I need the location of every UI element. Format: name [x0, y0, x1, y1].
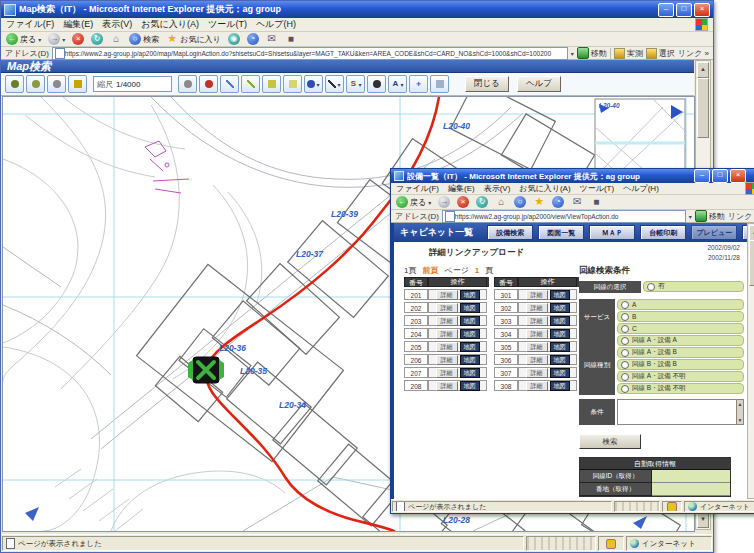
scroll-down-arrow[interactable]: ▼ [697, 512, 709, 528]
links-label[interactable]: リンク » [678, 48, 709, 59]
radio-icon[interactable] [621, 337, 629, 345]
point-button[interactable]: ▾ [304, 75, 323, 93]
map-button[interactable]: 地図 [460, 342, 480, 352]
grid-button[interactable] [430, 75, 449, 93]
minimize-button[interactable]: – [658, 3, 674, 17]
draw-line-button[interactable] [220, 75, 239, 93]
radio-option[interactable]: 回線 B・設備 B [617, 359, 744, 370]
maximize-button[interactable]: □ [676, 3, 692, 17]
header-button[interactable]: ＭＡＰ [589, 225, 635, 240]
scroll-thumb[interactable] [749, 240, 754, 286]
line-select-field[interactable]: 有 [643, 281, 744, 292]
print-button[interactable]: ■ [284, 32, 298, 46]
detail-button[interactable]: 詳細 [436, 290, 458, 300]
map-button[interactable]: 地図 [460, 368, 480, 378]
map-button[interactable]: 地図 [460, 329, 480, 339]
radio-option[interactable]: 回線 A・設備 B [617, 347, 744, 358]
detail-button[interactable]: 詳細 [526, 355, 548, 365]
forward-button[interactable]: → [437, 195, 451, 209]
radio-option[interactable]: 回線 A・設備 A [617, 335, 744, 346]
help-button[interactable]: ヘルプ [517, 76, 561, 92]
map-button[interactable]: 地図 [550, 355, 570, 365]
minimize-button[interactable]: – [694, 169, 710, 183]
radio-icon[interactable] [621, 349, 629, 357]
detail-button[interactable]: 詳細 [436, 355, 458, 365]
maximize-button[interactable]: □ [712, 169, 728, 183]
menu-item[interactable]: ツール(T) [580, 183, 615, 194]
header-button[interactable]: 設備検索 [487, 225, 533, 240]
close-button[interactable]: × [730, 169, 746, 183]
scroll-up-arrow[interactable]: ▲ [697, 62, 709, 78]
select-toolbar-button[interactable]: 選択 [646, 48, 675, 59]
menu-item[interactable]: ファイル(F) [396, 183, 439, 194]
links-label[interactable]: リンク » [728, 211, 754, 222]
menu-item[interactable]: 表示(V) [484, 183, 511, 194]
select-area-button[interactable] [68, 75, 87, 93]
radio-option[interactable]: 回線 B・設備 不明 [617, 383, 744, 394]
header-button[interactable]: プレビュー [691, 225, 737, 240]
back-button[interactable]: ←戻る▾ [5, 32, 42, 46]
radio-icon[interactable] [621, 385, 629, 393]
menu-item[interactable]: 表示(V) [102, 18, 132, 31]
draw-polygon-button[interactable] [241, 75, 260, 93]
mail-button[interactable]: ✉ [265, 32, 279, 46]
radio-option[interactable]: 回線 A・設備 不明 [617, 371, 744, 382]
pan-button[interactable] [47, 75, 66, 93]
go-button[interactable]: 移動 [695, 210, 725, 222]
detail-button[interactable]: 詳細 [436, 329, 458, 339]
map-button[interactable]: 地図 [550, 316, 570, 326]
header-button[interactable]: 台帳印刷 [640, 225, 686, 240]
zoom-out-button[interactable] [26, 75, 45, 93]
pen-button[interactable]: ▾ [325, 75, 344, 93]
search-button[interactable]: ○検索 [128, 32, 160, 46]
detail-button[interactable]: 詳細 [526, 381, 548, 391]
menu-item[interactable]: ファイル(F) [6, 18, 54, 31]
radio-option[interactable]: A [617, 299, 744, 310]
address-dropdown-icon[interactable]: ▾ [689, 213, 692, 220]
main-title-bar[interactable]: Map検索（IT） - Microsoft Internet Explorer … [1, 1, 713, 18]
detail-button[interactable]: 詳細 [526, 290, 548, 300]
condition-spinner[interactable]: ▲▼ [736, 399, 744, 425]
stop-button[interactable]: × [71, 32, 85, 46]
sub-title-bar[interactable]: 設備一覧（IT） - Microsoft Internet Explorer 提… [391, 169, 754, 183]
detail-button[interactable]: 詳細 [526, 329, 548, 339]
back-button[interactable]: ←戻る▾ [395, 195, 432, 209]
radio-icon[interactable] [621, 313, 629, 321]
detail-button[interactable]: 詳細 [436, 381, 458, 391]
detail-button[interactable]: 詳細 [526, 368, 548, 378]
radio-icon[interactable] [621, 325, 629, 333]
condition-textarea[interactable] [617, 399, 736, 425]
map-button[interactable]: 地図 [460, 355, 480, 365]
sub-vertical-scrollbar[interactable]: ▲ [747, 223, 754, 499]
map-button[interactable]: 地図 [550, 381, 570, 391]
radio-icon[interactable] [621, 361, 629, 369]
map-button[interactable]: 地図 [550, 303, 570, 313]
menu-item[interactable]: ヘルプ(H) [256, 18, 296, 31]
scale-box[interactable]: 縮尺1/4000 [93, 76, 172, 92]
detail-button[interactable]: 詳細 [436, 342, 458, 352]
header-button[interactable]: 図面一覧 [538, 225, 584, 240]
map-button[interactable]: 地図 [550, 342, 570, 352]
scroll-up-arrow[interactable]: ▲ [749, 225, 754, 241]
menu-item[interactable]: ツール(T) [208, 18, 247, 31]
radio-icon[interactable] [621, 373, 629, 381]
search-button[interactable]: 検索 [579, 434, 641, 449]
refresh-button[interactable]: ↻ [90, 32, 104, 46]
map-button[interactable]: 地図 [550, 368, 570, 378]
detail-button[interactable]: 詳細 [526, 342, 548, 352]
go-button[interactable]: 移動 [577, 47, 607, 59]
radio-option[interactable]: B [617, 311, 744, 322]
menu-item[interactable]: 編集(E) [448, 183, 475, 194]
menu-item[interactable]: ヘルプ(H) [623, 183, 659, 194]
stop-button[interactable]: × [456, 195, 470, 209]
zoom-in-button[interactable] [5, 75, 24, 93]
map-button[interactable]: 地図 [460, 381, 480, 391]
symbol-button[interactable]: S▾ [346, 75, 365, 93]
dot-button[interactable] [367, 75, 386, 93]
measure-button[interactable] [283, 75, 302, 93]
refresh-button[interactable]: ↻ [475, 195, 489, 209]
measure-toolbar-button[interactable]: 実測 [614, 48, 643, 59]
print-button[interactable]: ■ [589, 195, 603, 209]
detail-button[interactable]: 詳細 [436, 303, 458, 313]
address-input[interactable]: https://www2.ag-group.jp/ap2000/view/Vie… [442, 210, 686, 223]
